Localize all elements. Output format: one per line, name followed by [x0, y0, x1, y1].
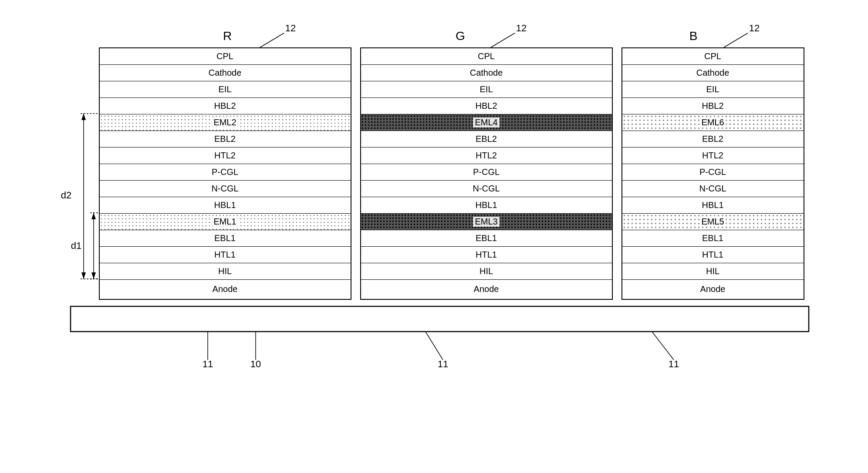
ref-11-r: 11 [202, 359, 213, 369]
layer-b-ebl1: EBL1 [622, 230, 804, 247]
svg-marker-7 [81, 272, 86, 279]
layer-r-eil: EIL [100, 81, 351, 98]
ref-12-g: 12 [516, 23, 526, 34]
svg-line-15 [426, 332, 443, 360]
layer-b-htl1: HTL1 [622, 247, 804, 263]
stack-g: CPL Cathode EIL HBL2 EML4 EBL2 HTL2 P-CG… [360, 47, 613, 300]
layer-r-pcgl: P-CGL [100, 164, 351, 181]
ref-12-r: 12 [285, 23, 295, 34]
layer-g-pcgl: P-CGL [361, 164, 612, 181]
layer-r-cpl: CPL [100, 48, 351, 65]
layer-r-hil: HIL [100, 263, 351, 280]
svg-marker-6 [81, 114, 86, 120]
layer-r-anode: Anode [100, 280, 351, 299]
svg-line-1 [491, 33, 515, 47]
layer-g-eil: EIL [361, 81, 612, 98]
layer-g-hbl1: HBL1 [361, 197, 612, 214]
ref-10: 10 [250, 359, 260, 369]
layer-g-hil: HIL [361, 263, 612, 280]
layer-r-hbl2: HBL2 [100, 98, 351, 114]
layer-b-pcgl: P-CGL [622, 164, 804, 181]
stack-r: CPL Cathode EIL HBL2 EML2 EBL2 HTL2 P-CG… [99, 47, 351, 300]
layer-b-hil: HIL [622, 263, 804, 280]
layer-b-anode: Anode [622, 280, 804, 299]
col-g-label: G [456, 29, 465, 43]
layer-g-ebl1: EBL1 [361, 230, 612, 247]
ref-12-b: 12 [749, 23, 759, 34]
layer-r-htl1: HTL1 [100, 247, 351, 263]
layer-g-hbl2: HBL2 [361, 98, 612, 114]
col-r-label: R [223, 29, 231, 43]
layer-g-htl2: HTL2 [361, 148, 612, 164]
layer-b-ncgl: N-CGL [622, 181, 804, 197]
layer-b-cathode: Cathode [622, 65, 804, 81]
layer-g-ncgl: N-CGL [361, 181, 612, 197]
svg-marker-11 [91, 213, 96, 219]
layer-r-eml1: EML1 [100, 214, 351, 230]
layer-g-cathode: Cathode [361, 65, 612, 81]
layer-r-htl2: HTL2 [100, 148, 351, 164]
layer-r-eml2: EML2 [100, 114, 351, 131]
layer-g-anode: Anode [361, 280, 612, 299]
layer-g-eml4: EML4 [361, 114, 612, 131]
ref-11-g: 11 [437, 359, 448, 369]
layer-r-ebl2: EBL2 [100, 131, 351, 148]
layer-g-ebl2: EBL2 [361, 131, 612, 148]
layer-b-eil: EIL [622, 81, 804, 98]
layer-b-ebl2: EBL2 [622, 131, 804, 148]
svg-line-2 [724, 33, 748, 47]
layer-r-ebl1: EBL1 [100, 230, 351, 247]
layer-b-htl2: HTL2 [622, 148, 804, 164]
substrate-bar [71, 306, 809, 332]
layer-r-cathode: Cathode [100, 65, 351, 81]
layer-b-eml6: EML6 [622, 114, 804, 131]
svg-line-0 [260, 33, 284, 47]
ref-11-b: 11 [668, 359, 679, 369]
diagram-container: R G B 12 12 12 d2 [42, 23, 826, 450]
layer-g-htl1: HTL1 [361, 247, 612, 263]
layer-r-hbl1: HBL1 [100, 197, 351, 214]
col-b-label: B [689, 29, 697, 43]
svg-marker-12 [91, 272, 96, 279]
layer-b-cpl: CPL [622, 48, 804, 65]
d1-label: d1 [71, 240, 81, 251]
layer-g-eml3: EML3 [361, 214, 612, 230]
d2-label: d2 [61, 190, 71, 201]
layer-b-eml5: EML5 [622, 214, 804, 230]
layer-b-hbl2: HBL2 [622, 98, 804, 114]
layer-b-hbl1: HBL1 [622, 197, 804, 214]
layer-r-ncgl: N-CGL [100, 181, 351, 197]
layer-g-cpl: CPL [361, 48, 612, 65]
svg-line-16 [652, 332, 674, 360]
stack-b: CPL Cathode EIL HBL2 EML6 EBL2 HTL2 P-CG… [621, 47, 804, 300]
